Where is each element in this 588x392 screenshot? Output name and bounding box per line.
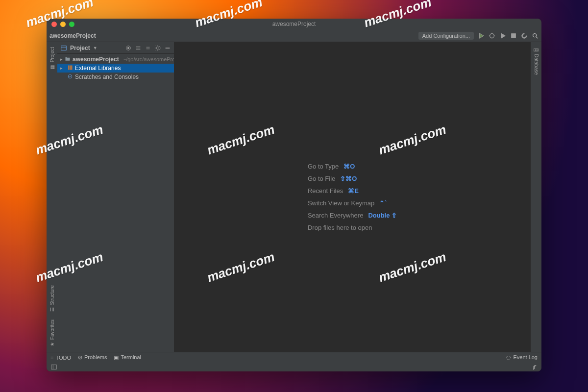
svg-point-6: [156, 47, 159, 49]
tool-windows-toggle-icon[interactable]: [50, 364, 57, 370]
update-project-icon[interactable]: [521, 32, 528, 39]
svg-point-10: [68, 74, 72, 78]
breadcrumb[interactable]: awesomeProject: [49, 32, 96, 39]
svg-rect-7: [68, 65, 69, 70]
run-with-coverage-icon[interactable]: [499, 32, 506, 39]
svg-rect-11: [51, 365, 57, 369]
bottom-tool-strip: ≡ TODO ⊘ Problems ▣ Terminal ◌ Event Log: [47, 352, 541, 363]
tool-project-tab[interactable]: ▦ Project: [49, 44, 55, 73]
svg-point-0: [490, 33, 494, 38]
project-tree[interactable]: ▸ awesomeProject ~/go/src/awesomeProject…: [57, 54, 174, 81]
favorites-strip-icon: ★: [49, 342, 55, 347]
hint-goto-type: Go to Type ⌘O: [308, 163, 397, 170]
terminal-icon: ▣: [114, 354, 119, 361]
hint-goto-file: Go to File ⇧⌘O: [308, 175, 397, 182]
tree-scratches[interactable]: ▸ Scratches and Consoles: [57, 73, 174, 81]
terminal-tab[interactable]: ▣ Terminal: [114, 354, 141, 361]
database-strip-icon: 🗄: [534, 47, 539, 52]
hint-search-everywhere: Search Everywhere Double ⇧: [308, 212, 397, 219]
svg-point-5: [127, 47, 129, 49]
project-view-icon: [60, 45, 67, 51]
project-tool-title: Project: [70, 45, 90, 51]
tree-scratches-label: Scratches and Consoles: [75, 74, 139, 80]
collapse-all-icon[interactable]: [145, 45, 151, 51]
tree-external-libraries[interactable]: ▸ External Libraries: [57, 64, 174, 73]
right-tool-strip: 🗄 Database: [531, 42, 541, 352]
scratches-icon: [67, 74, 73, 81]
hint-switch-view: Switch View or Keymap ⌃`: [308, 199, 397, 207]
add-configuration-label: Add Configuration...: [422, 33, 470, 39]
structure-strip-icon: ☰: [49, 307, 55, 313]
chevron-right-icon: ▸: [60, 57, 63, 62]
tree-root-row[interactable]: ▸ awesomeProject ~/go/src/awesomeProject: [57, 55, 174, 64]
project-tool-window: Project ▼ ▸ awesomeProject ~/go/src/awes…: [57, 42, 174, 352]
tool-database-tab[interactable]: 🗄 Database: [533, 44, 539, 78]
hide-tool-icon[interactable]: [164, 45, 171, 51]
expand-all-icon[interactable]: [135, 45, 142, 51]
tree-root-label: awesomeProject: [73, 56, 119, 63]
search-everywhere-icon[interactable]: [532, 32, 539, 39]
navigation-bar: awesomeProject Add Configuration...: [47, 29, 541, 42]
editor-hints: Go to Type ⌘O Go to File ⇧⌘O Recent File…: [308, 163, 397, 231]
titlebar[interactable]: awesomeProject: [47, 19, 541, 29]
chevron-down-icon: ▼: [93, 46, 98, 50]
library-icon: [67, 65, 73, 72]
tree-ext-libs-label: External Libraries: [75, 65, 121, 72]
hint-recent-files: Recent Files ⌘E: [308, 187, 397, 195]
svg-rect-9: [71, 65, 72, 70]
status-bar: [47, 363, 541, 371]
project-strip-icon: ▦: [49, 64, 55, 70]
todo-tab[interactable]: ≡ TODO: [50, 355, 71, 361]
chevron-right-icon: ▸: [60, 66, 65, 71]
event-log-tab[interactable]: ◌ Event Log: [506, 354, 538, 361]
left-tool-strip: ▦ Project ☰ Structure ★ Favorites: [47, 42, 57, 352]
add-configuration-button[interactable]: Add Configuration...: [418, 32, 474, 40]
hint-drop-files: Drop files here to open: [308, 224, 397, 231]
debug-icon[interactable]: [489, 32, 495, 39]
editor-empty-area[interactable]: Go to Type ⌘O Go to File ⇧⌘O Recent File…: [174, 42, 531, 352]
folder-icon: [65, 56, 71, 63]
problems-tab[interactable]: ⊘ Problems: [78, 354, 107, 361]
window-title: awesomeProject: [47, 21, 541, 27]
select-opened-file-icon[interactable]: [125, 45, 132, 51]
svg-rect-3: [61, 46, 67, 50]
tool-structure-tab[interactable]: ☰ Structure: [49, 282, 55, 316]
gear-icon[interactable]: [154, 45, 161, 51]
problems-icon: ⊘: [78, 354, 82, 361]
project-tool-header[interactable]: Project ▼: [57, 42, 174, 54]
svg-rect-1: [512, 33, 516, 38]
svg-rect-8: [70, 65, 71, 70]
ide-window: awesomeProject awesomeProject Add Config…: [47, 19, 541, 371]
event-log-icon: ◌: [506, 354, 511, 361]
todo-icon: ≡: [50, 355, 53, 361]
svg-point-2: [533, 33, 537, 37]
stop-icon[interactable]: [510, 32, 517, 39]
ide-settings-icon[interactable]: [531, 364, 538, 370]
run-icon[interactable]: [478, 32, 485, 39]
tool-favorites-tab[interactable]: ★ Favorites: [49, 317, 55, 350]
